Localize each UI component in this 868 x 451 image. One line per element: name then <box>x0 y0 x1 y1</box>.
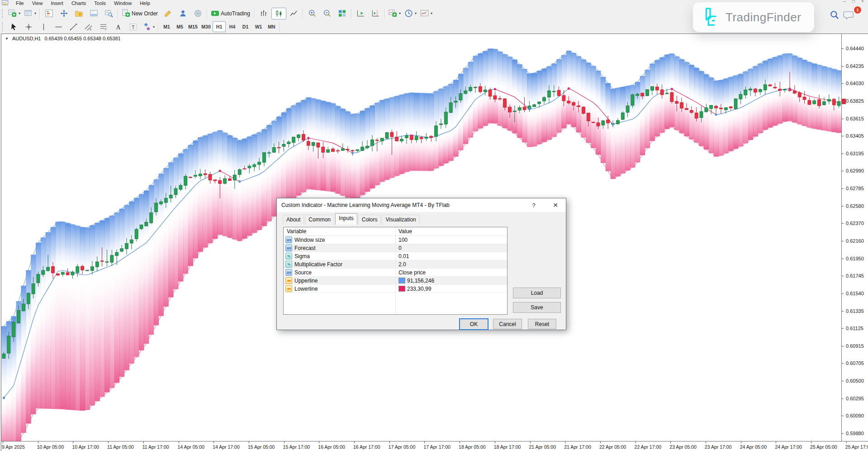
time-label: 14 Apr 17:00 <box>213 444 240 450</box>
toolbar-grip[interactable] <box>2 22 4 31</box>
zoom-out-button[interactable] <box>320 8 335 19</box>
autotrading-button[interactable]: AutoTrading <box>209 8 253 19</box>
restore-button[interactable]: □ <box>849 0 858 4</box>
tab-colors[interactable]: Colors <box>358 215 381 225</box>
navigator-icon <box>75 9 83 18</box>
crosshair-button[interactable] <box>21 21 36 33</box>
load-button[interactable]: Load <box>513 288 561 298</box>
chart-line-button[interactable] <box>286 8 301 19</box>
community-button[interactable] <box>175 8 190 19</box>
price-label: 0.63405 <box>846 133 864 139</box>
svg-text:A: A <box>116 23 121 30</box>
param-value[interactable]: Close price <box>398 269 426 276</box>
label-button[interactable]: T <box>126 21 141 33</box>
chevron-down-icon[interactable]: ▾ <box>431 11 432 15</box>
timeframe-h4[interactable]: H4 <box>226 21 239 32</box>
chevron-down-icon[interactable]: ▾ <box>34 11 36 15</box>
cursor-button[interactable] <box>6 21 21 33</box>
menu-help[interactable]: Help <box>136 0 154 7</box>
toolbar-grip[interactable] <box>2 9 4 18</box>
chevron-down-icon[interactable]: ▾ <box>415 11 417 15</box>
dialog-close-button[interactable]: ✕ <box>549 198 562 212</box>
tab-inputs[interactable]: Inputs <box>335 213 357 225</box>
market-button[interactable] <box>190 8 205 19</box>
timeframe-d1[interactable]: D1 <box>239 21 252 32</box>
time-tick <box>636 441 636 443</box>
chart-symbol-label[interactable]: ▼ AUDUSD,H1 0.65439 0.65455 0.65348 0.65… <box>5 36 121 41</box>
data-window-button[interactable] <box>57 8 71 19</box>
timeframe-m5[interactable]: M5 <box>173 21 186 32</box>
tab-about[interactable]: About <box>283 215 304 225</box>
chart-shift-button[interactable] <box>368 8 383 19</box>
minimize-button[interactable]: – <box>840 0 849 4</box>
new-chart-button[interactable]: ▾ <box>6 8 22 19</box>
param-name: Sigma <box>294 253 310 259</box>
metaeditor-button[interactable] <box>161 8 175 19</box>
chart-bars-button[interactable] <box>256 8 271 19</box>
timeframe-h1[interactable]: H1 <box>213 21 226 32</box>
parameters-table[interactable]: Variable Value 123Window size100123Forec… <box>283 227 508 315</box>
reset-button[interactable]: Reset <box>528 319 556 329</box>
templates-button[interactable]: ▾ <box>418 8 434 19</box>
chart-candles-button[interactable] <box>271 8 286 19</box>
time-tick <box>143 441 144 443</box>
param-type-int-icon: 123 <box>285 245 292 251</box>
param-value[interactable]: 2.0 <box>398 261 406 268</box>
dialog-help-button[interactable]: ? <box>527 198 541 212</box>
close-button[interactable]: × <box>858 0 867 4</box>
menu-file[interactable]: File <box>12 0 28 7</box>
indicators-button[interactable]: ▾ <box>387 8 403 19</box>
price-label: 0.60705 <box>846 360 864 366</box>
price-axis[interactable]: 0.644400.642350.640300.638250.636150.634… <box>841 34 868 441</box>
vline-button[interactable] <box>36 21 51 33</box>
fibonacci-button[interactable]: F <box>96 21 111 33</box>
vline-icon <box>39 23 48 31</box>
new-order-button[interactable]: New Order <box>120 8 161 19</box>
cancel-button[interactable]: Cancel <box>493 319 522 329</box>
param-value[interactable]: 91,156,246 <box>407 278 434 284</box>
param-value[interactable]: 233,30,99 <box>407 286 431 292</box>
navigator-button[interactable] <box>71 8 86 19</box>
menu-view[interactable]: View <box>28 0 47 7</box>
timeframe-m30[interactable]: M30 <box>199 21 213 32</box>
time-tick <box>213 441 214 443</box>
market-watch-button[interactable] <box>42 8 57 19</box>
periods-button[interactable]: ▾ <box>403 8 418 19</box>
trendline-button[interactable] <box>66 21 81 33</box>
timeframe-w1[interactable]: W1 <box>252 21 265 32</box>
timeframe-m1[interactable]: M1 <box>160 21 173 32</box>
dialog-title-bar[interactable]: Custom Indicator - Machine Learning Movi… <box>277 198 566 212</box>
menu-window[interactable]: Window <box>110 0 136 7</box>
text-button[interactable]: A <box>111 21 126 33</box>
notification-badge: 1 <box>853 5 862 14</box>
channel-button[interactable]: E <box>81 21 96 33</box>
tab-visualization[interactable]: Visualization <box>382 215 419 225</box>
menu-charts[interactable]: Charts <box>67 0 90 7</box>
menu-tools[interactable]: Tools <box>90 0 110 7</box>
time-label: 23 Apr 05:00 <box>669 444 697 450</box>
chevron-down-icon[interactable]: ▾ <box>399 11 401 15</box>
tradingfinder-logo-icon <box>700 7 721 28</box>
time-axis[interactable]: 9 Apr 202510 Apr 05:0010 Apr 17:0011 Apr… <box>1 441 868 451</box>
tile-windows-button[interactable] <box>335 8 350 19</box>
hline-button[interactable] <box>51 21 66 33</box>
time-tick <box>846 441 847 443</box>
shapes-button[interactable]: ▾ <box>141 21 157 33</box>
chevron-down-icon[interactable]: ▾ <box>153 25 155 29</box>
profiles-button[interactable]: ▾ <box>22 8 38 19</box>
timeframe-m15[interactable]: M15 <box>186 21 199 32</box>
chevron-down-icon[interactable]: ▾ <box>19 11 20 15</box>
param-value[interactable]: 100 <box>398 237 408 243</box>
search-icon[interactable] <box>830 10 840 22</box>
param-value[interactable]: 0.01 <box>398 253 409 259</box>
zoom-in-button[interactable] <box>305 8 320 19</box>
timeframe-mn[interactable]: MN <box>265 21 278 32</box>
tab-common[interactable]: Common <box>305 215 334 225</box>
strategy-tester-button[interactable] <box>101 8 116 19</box>
param-value[interactable]: 0 <box>398 245 402 251</box>
menu-insert[interactable]: Insert <box>47 0 67 7</box>
ok-button[interactable]: OK <box>459 318 489 330</box>
terminal-button[interactable] <box>86 8 101 19</box>
save-button[interactable]: Save <box>513 302 561 313</box>
auto-scroll-button[interactable] <box>353 8 368 19</box>
